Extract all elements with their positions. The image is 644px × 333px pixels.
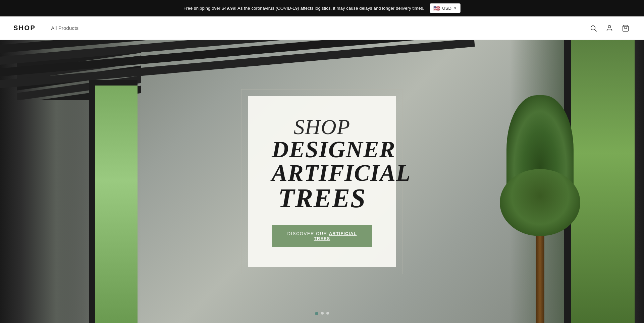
carousel-dot-3[interactable] [326,312,329,315]
chevron-down-icon: ▼ [453,6,457,10]
search-icon [590,24,597,32]
announcement-bar: Free shipping over $49.99! As the corona… [0,0,644,16]
svg-point-2 [608,25,610,27]
hero-title-line2: DESIGNER [272,138,372,161]
carousel-dots [315,312,329,315]
left-window [89,80,138,323]
search-button[interactable] [588,23,598,33]
flag-icon: 🇺🇸 [433,5,440,11]
cart-icon [622,24,629,32]
currency-label: USD [442,6,451,11]
header: SHOP All Products [0,16,644,40]
hero-section: SHOP DESIGNER ARTIFICIAL TREES DISCOVER … [0,40,644,323]
hero-title-line1: SHOP [272,116,372,138]
header-icons [588,23,631,33]
nav-all-products[interactable]: All Products [46,25,84,31]
hero-card: SHOP DESIGNER ARTIFICIAL TREES DISCOVER … [248,96,396,267]
currency-selector[interactable]: 🇺🇸 USD ▼ [430,3,461,13]
account-button[interactable] [604,23,614,33]
tree [513,95,567,323]
svg-line-1 [595,30,596,31]
tree-foliage-mid [500,169,580,236]
hero-title-line4: TREES [272,185,372,212]
cart-button[interactable] [621,23,631,33]
cta-prefix: DISCOVER OUR [287,231,329,236]
carousel-dot-1[interactable] [315,312,318,315]
account-icon [606,24,613,32]
hero-title-line3: ARTIFICIAL [272,161,372,185]
carousel-dot-2[interactable] [321,312,324,315]
announcement-text: Free shipping over $49.99! As the corona… [183,6,424,11]
site-logo[interactable]: SHOP [13,24,36,32]
hero-card-outer-border: SHOP DESIGNER ARTIFICIAL TREES DISCOVER … [241,89,403,274]
main-nav: All Products [46,25,588,31]
hero-cta-button[interactable]: DISCOVER OUR ARTIFICIAL TREES [272,225,372,247]
right-window [564,40,635,323]
